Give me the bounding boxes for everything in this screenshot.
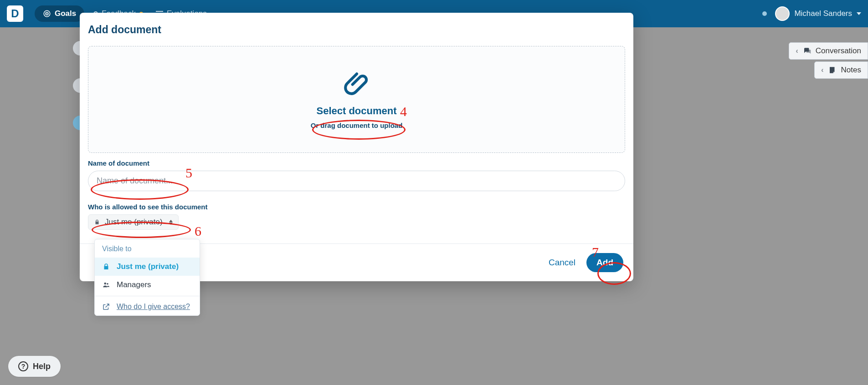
note-icon	[828, 66, 837, 74]
user-name-label: Michael Sanders	[794, 9, 852, 18]
cancel-button[interactable]: Cancel	[549, 258, 575, 268]
chevron-down-icon	[857, 12, 861, 15]
paperclip-icon	[344, 70, 370, 95]
dropdown-item-managers[interactable]: Managers	[95, 276, 200, 294]
dropdown-help-link[interactable]: Who do I give access?	[95, 298, 200, 315]
document-name-input[interactable]	[88, 171, 625, 191]
svg-point-4	[107, 283, 108, 285]
svg-point-3	[104, 283, 107, 285]
chevron-left-icon: ‹	[821, 66, 824, 75]
dropdown-item-private[interactable]: Just me (private)	[95, 258, 200, 276]
side-panel-conversation[interactable]: ‹ Conversation	[789, 42, 868, 60]
user-menu[interactable]: Michael Sanders	[775, 6, 861, 21]
dropdown-item-private-label: Just me (private)	[117, 262, 179, 271]
side-panel-conversation-label: Conversation	[816, 46, 861, 56]
dropdown-item-managers-label: Managers	[117, 280, 151, 289]
file-dropzone[interactable]: Select document Or drag document to uplo…	[88, 46, 625, 153]
add-button[interactable]: Add	[586, 253, 623, 272]
modal-title: Add document	[88, 24, 625, 36]
sort-icon	[169, 220, 173, 225]
status-dot-icon	[762, 11, 767, 16]
lock-icon	[94, 219, 100, 225]
select-document-link[interactable]: Select document	[316, 105, 396, 117]
target-icon	[43, 10, 51, 18]
question-icon: ?	[18, 361, 28, 371]
dropdown-header: Visible to	[95, 239, 200, 258]
app-logo[interactable]: D	[7, 5, 23, 22]
help-button[interactable]: ? Help	[8, 356, 61, 377]
drag-hint-text: Or drag document to upload	[311, 122, 403, 129]
comments-icon	[803, 47, 811, 55]
side-panel-notes-label: Notes	[841, 66, 861, 75]
dropdown-help-link-label: Who do I give access?	[117, 303, 190, 311]
nav-goals-label: Goals	[55, 9, 76, 18]
side-panel-notes[interactable]: ‹ Notes	[814, 61, 868, 79]
svg-point-2	[46, 13, 47, 14]
external-link-icon	[102, 303, 110, 311]
users-icon	[102, 281, 110, 289]
lock-icon	[102, 263, 110, 271]
visibility-selected-label: Just me (private)	[105, 218, 163, 227]
chevron-left-icon: ‹	[796, 46, 798, 56]
dropdown-separator	[95, 296, 200, 296]
visibility-select[interactable]: Just me (private)	[88, 214, 179, 230]
nav-goals[interactable]: Goals	[35, 5, 84, 22]
visibility-field-label: Who is allowed to see this document	[88, 203, 625, 211]
visibility-dropdown: Visible to Just me (private) Managers Wh…	[94, 239, 200, 316]
name-field-label: Name of document	[88, 159, 625, 167]
help-label: Help	[33, 362, 51, 371]
avatar	[775, 6, 790, 21]
